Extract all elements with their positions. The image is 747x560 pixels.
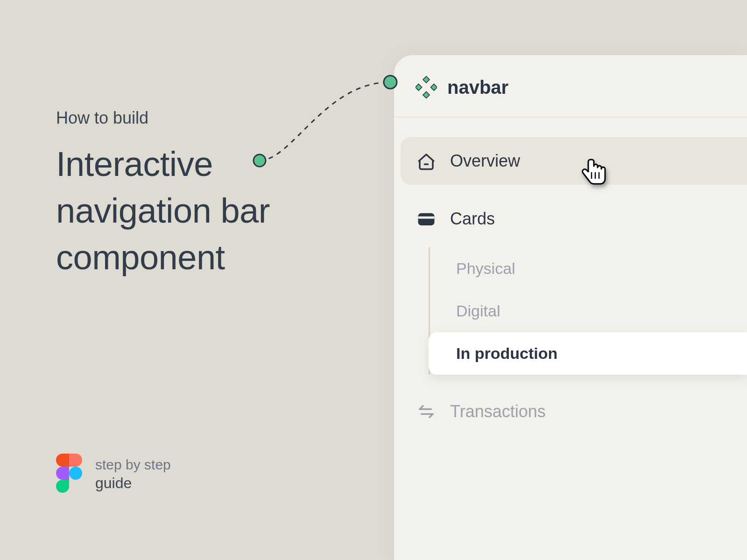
footer-badge: step by step guide bbox=[56, 454, 171, 495]
sub-item-digital[interactable]: Digital bbox=[430, 290, 747, 332]
nav-item-transactions[interactable]: Transactions bbox=[394, 388, 747, 435]
nav-item-overview[interactable]: Overview bbox=[401, 137, 747, 185]
cards-icon bbox=[416, 208, 437, 230]
hero-line-2: navigation bar bbox=[56, 191, 270, 230]
hero-block: How to build Interactive navigation bar … bbox=[56, 108, 270, 281]
panel-header: navbar bbox=[394, 55, 747, 118]
nav-item-label: Overview bbox=[450, 151, 520, 171]
cards-subnav: Physical Digital In production bbox=[429, 247, 747, 375]
connector-line bbox=[250, 73, 409, 175]
figma-logo-icon bbox=[56, 454, 82, 495]
eyebrow-text: How to build bbox=[56, 108, 270, 128]
svg-rect-0 bbox=[423, 77, 430, 83]
hero-line-3: component bbox=[56, 238, 225, 277]
nav-item-label: Cards bbox=[450, 209, 495, 229]
pointer-cursor-icon bbox=[581, 157, 608, 189]
sub-item-physical[interactable]: Physical bbox=[430, 247, 747, 290]
footer-line-1: step by step bbox=[95, 457, 171, 473]
component-diamond-icon bbox=[416, 77, 437, 98]
nav-item-label: Transactions bbox=[450, 402, 546, 421]
svg-rect-6 bbox=[418, 217, 435, 219]
transfer-arrows-icon bbox=[416, 401, 437, 422]
navbar-panel: navbar Overview Cards bbox=[394, 55, 747, 560]
hero-title: Interactive navigation bar component bbox=[56, 141, 270, 281]
home-icon bbox=[416, 150, 437, 172]
svg-rect-3 bbox=[430, 84, 437, 91]
footer-line-2: guide bbox=[95, 475, 171, 492]
hero-line-1: Interactive bbox=[56, 145, 213, 183]
svg-rect-2 bbox=[416, 84, 422, 91]
sub-item-in-production[interactable]: In production bbox=[429, 332, 747, 375]
nav-item-cards[interactable]: Cards bbox=[394, 195, 747, 243]
panel-title: navbar bbox=[447, 77, 508, 98]
svg-rect-1 bbox=[423, 91, 430, 98]
svg-rect-5 bbox=[418, 213, 435, 225]
